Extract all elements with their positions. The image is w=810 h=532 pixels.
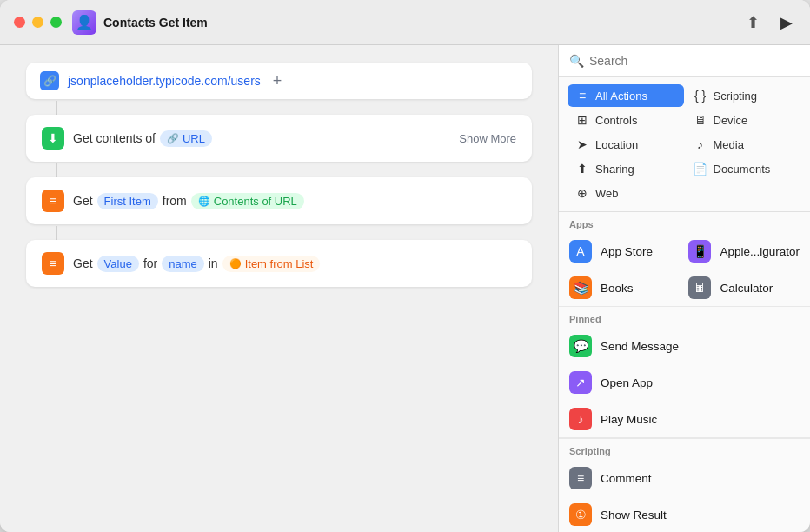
- category-media[interactable]: ♪ Media: [686, 133, 802, 156]
- web-label: Web: [595, 187, 619, 200]
- controls-label: Controls: [595, 114, 637, 127]
- action-comment[interactable]: ≡ Comment: [559, 460, 810, 496]
- pinned-section-header: Pinned: [559, 307, 810, 328]
- action-calculator[interactable]: 🖩 Calculator: [678, 269, 810, 306]
- get-label-2: Get: [73, 256, 93, 270]
- comment-icon: ≡: [569, 467, 592, 489]
- traffic-lights: [14, 17, 62, 28]
- action-open-app[interactable]: ↗ Open App: [559, 364, 810, 401]
- for-label: for: [143, 256, 157, 270]
- get-contents-icon: ⬇: [42, 127, 64, 150]
- calculator-label: Calculator: [720, 282, 773, 295]
- close-button[interactable]: [14, 17, 25, 28]
- play-music-label: Play Music: [601, 413, 657, 426]
- connector-1: [56, 101, 57, 115]
- show-more-button[interactable]: Show More: [459, 132, 516, 145]
- add-url-button[interactable]: +: [273, 72, 282, 90]
- media-icon: ♪: [693, 137, 708, 151]
- category-sharing[interactable]: ⬆ Sharing: [568, 157, 684, 180]
- open-app-icon: ↗: [569, 371, 592, 394]
- media-label: Media: [714, 138, 744, 151]
- category-web[interactable]: ⊕ Web: [568, 182, 684, 204]
- send-message-icon: 💬: [569, 335, 592, 357]
- maximize-button[interactable]: [50, 17, 62, 28]
- calculator-icon: 🖩: [688, 276, 711, 299]
- comment-label: Comment: [601, 472, 652, 485]
- scripting-icon: { }: [693, 89, 708, 103]
- list-icon: 🟠: [229, 258, 242, 269]
- show-result-icon: ①: [569, 503, 592, 526]
- category-device[interactable]: 🖥 Device: [686, 109, 802, 131]
- all-actions-icon: ≡: [574, 89, 590, 103]
- main-window: 👤 Contacts Get Item ⬆ ▶ 🔗 jsonplaceholde…: [0, 0, 810, 532]
- category-controls[interactable]: ⊞ Controls: [568, 109, 684, 131]
- search-input[interactable]: [589, 54, 800, 68]
- scripting-section-header: Scripting: [559, 439, 810, 460]
- play-music-icon: ♪: [569, 408, 592, 430]
- run-button[interactable]: ▶: [777, 10, 796, 36]
- url-card: 🔗 jsonplaceholder.typicode.com/users +: [26, 63, 532, 99]
- app-store-icon: A: [569, 240, 592, 263]
- books-icon: 📚: [569, 276, 592, 299]
- url-token[interactable]: 🔗 URL: [160, 130, 212, 147]
- action-app-store[interactable]: A App Store: [559, 233, 678, 269]
- apple-igurator-label: Apple...igurator: [720, 245, 800, 258]
- location-icon: ➤: [574, 137, 590, 151]
- action-apple-igurator[interactable]: 📱 Apple...igurator: [678, 233, 810, 269]
- send-message-label: Send Message: [601, 340, 679, 353]
- action-books[interactable]: 📚 Books: [559, 269, 678, 306]
- sharing-icon: ⬆: [574, 162, 590, 176]
- url-text[interactable]: jsonplaceholder.typicode.com/users: [68, 74, 261, 88]
- category-scripting[interactable]: { } Scripting: [686, 84, 802, 107]
- apps-section-header: Apps: [559, 212, 810, 233]
- search-bar: 🔍: [559, 45, 810, 77]
- category-location[interactable]: ➤ Location: [568, 133, 684, 156]
- connector-3: [56, 226, 57, 240]
- contents-token[interactable]: 🌐 Contents of URL: [191, 193, 304, 209]
- minimize-button[interactable]: [32, 17, 43, 28]
- scripting-section: Scripting ≡ Comment ① Show Result ⚠ Show…: [559, 438, 810, 532]
- app-icon: 👤: [72, 10, 96, 35]
- location-label: Location: [595, 138, 638, 151]
- category-all-actions[interactable]: ≡ All Actions: [568, 84, 684, 107]
- pinned-section: Pinned 💬 Send Message ↗ Open App ♪ Play …: [559, 306, 810, 438]
- get-label: Get: [73, 194, 93, 208]
- scripting-label: Scripting: [714, 90, 758, 103]
- controls-icon: ⊞: [574, 113, 590, 127]
- titlebar-actions: ⬆ ▶: [743, 10, 796, 36]
- window-title: Contacts Get Item: [103, 16, 743, 30]
- action-send-message[interactable]: 💬 Send Message: [559, 328, 810, 364]
- link-icon: 🔗: [40, 71, 59, 90]
- get-item-icon: ≡: [42, 190, 64, 212]
- actions-list: Apps A App Store 📱 Apple...igurator 📚 Bo…: [559, 212, 810, 532]
- share-button[interactable]: ⬆: [743, 10, 763, 36]
- name-token[interactable]: name: [162, 256, 204, 272]
- all-actions-label: All Actions: [595, 90, 647, 103]
- device-label: Device: [714, 114, 748, 127]
- titlebar: 👤 Contacts Get Item ⬆ ▶: [0, 0, 810, 45]
- books-label: Books: [601, 282, 634, 295]
- value-token[interactable]: Value: [97, 256, 139, 272]
- url-token-icon: 🔗: [167, 133, 179, 144]
- connector-2: [56, 163, 57, 177]
- app-store-label: App Store: [601, 245, 653, 258]
- apps-grid: A App Store 📱 Apple...igurator 📚 Books 🖩…: [559, 233, 810, 306]
- from-label: from: [163, 194, 187, 208]
- show-result-label: Show Result: [601, 509, 667, 522]
- workflow-panel: 🔗 jsonplaceholder.typicode.com/users + ⬇…: [0, 45, 558, 532]
- sharing-label: Sharing: [595, 163, 634, 176]
- get-item-text: Get First Item from 🌐 Contents of URL: [73, 193, 304, 209]
- main-content: 🔗 jsonplaceholder.typicode.com/users + ⬇…: [0, 45, 810, 532]
- contents-icon: 🌐: [198, 196, 210, 207]
- open-app-label: Open App: [601, 376, 653, 389]
- action-play-music[interactable]: ♪ Play Music: [559, 401, 810, 437]
- item-from-list-token[interactable]: 🟠 Item from List: [222, 256, 321, 272]
- first-item-token[interactable]: First Item: [97, 193, 158, 209]
- get-item-card: ≡ Get First Item from 🌐 Contents of URL: [26, 177, 532, 224]
- category-documents[interactable]: 📄 Documents: [686, 157, 802, 180]
- in-label: in: [209, 256, 218, 270]
- documents-label: Documents: [714, 163, 771, 176]
- action-show-result[interactable]: ① Show Result: [559, 496, 810, 532]
- documents-icon: 📄: [693, 162, 708, 176]
- categories-grid: ≡ All Actions { } Scripting ⊞ Controls 🖥…: [559, 77, 810, 212]
